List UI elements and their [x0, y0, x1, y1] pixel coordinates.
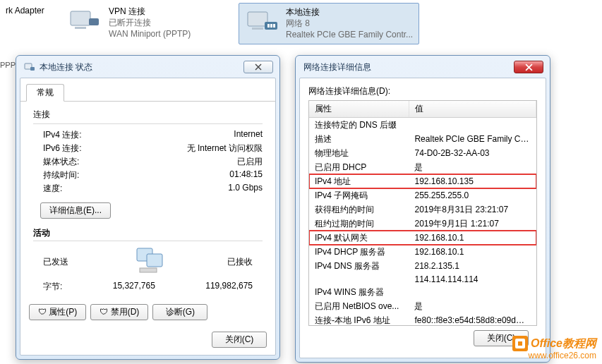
connection-icon — [24, 61, 35, 73]
value-cell: 192.168.10.1 — [409, 231, 536, 245]
details-dialog: 网络连接详细信息 网络连接详细信息(D): 属性 值 连接特定的 DNS 后缀描… — [295, 55, 550, 363]
dialog-title: 本地连接 状态 — [40, 61, 92, 73]
disable-button[interactable]: 🛡 禁用(D) — [90, 304, 148, 320]
value-cell: 是 — [409, 299, 536, 313]
prop-cell: IPv4 DNS 服务器 — [309, 259, 409, 273]
adapter-device: Realtek PCIe GBE Family Contr... — [286, 29, 413, 40]
watermark: Office教程网 www.office26.com — [512, 336, 596, 361]
table-row[interactable]: 已启用 DHCP是 — [309, 160, 536, 174]
vpn-icon — [68, 6, 102, 34]
value-cell: 192.168.10.1 — [409, 245, 536, 259]
value-cell: 114.114.114.114 — [409, 273, 536, 285]
adapter-local[interactable]: 本地连接 网络 8 Realtek PCIe GBE Family Contr.… — [239, 3, 419, 44]
speed-label: 速度: — [33, 183, 62, 195]
adapter-list: rk Adapter VPN 连接 已断开连接 WAN Miniport (PP… — [0, 0, 602, 47]
close-button[interactable]: 关闭(C) — [212, 332, 267, 348]
bytes-label: 字节: — [43, 281, 62, 293]
prop-cell: 描述 — [309, 132, 409, 146]
adapter-status: 已断开连接 — [109, 17, 191, 28]
value-cell — [409, 118, 536, 133]
adapter-name: 本地连接 — [286, 6, 413, 18]
svg-rect-8 — [273, 24, 275, 28]
media-label: 媒体状态: — [33, 156, 79, 168]
value-cell: 2019年9月1日 1:21:07 — [409, 217, 536, 231]
activity-icon — [126, 245, 171, 278]
ipv6-conn-label: IPv6 连接: — [33, 142, 82, 154]
svg-rect-2 — [89, 18, 99, 25]
table-row[interactable]: 租约过期的时间2019年9月1日 1:21:07 — [309, 217, 536, 231]
prop-cell: IPv4 DHCP 服务器 — [309, 245, 409, 259]
wm-text1: Office — [531, 337, 562, 349]
prop-cell: 已启用 DHCP — [309, 160, 409, 174]
details-listview[interactable]: 属性 值 连接特定的 DNS 后缀描述Realtek PCIe GBE Fami… — [308, 100, 537, 326]
titlebar: 网络连接详细信息 — [299, 59, 546, 78]
tab-general[interactable]: 常规 — [26, 84, 64, 102]
speed-value: 1.0 Gbps — [228, 183, 263, 195]
table-row[interactable]: IPv4 WINS 服务器 — [309, 285, 536, 299]
svg-rect-16 — [518, 341, 522, 346]
section-connection: 连接 — [33, 109, 263, 121]
svg-rect-3 — [248, 12, 267, 26]
value-cell: 218.2.135.1 — [409, 259, 536, 273]
table-row[interactable]: 连接特定的 DNS 后缀 — [309, 118, 536, 133]
value-cell: fe80::f8e3:e54d:58d8:e09d%21 — [409, 313, 536, 326]
dialog-title: 网络连接详细信息 — [303, 61, 371, 73]
prop-cell — [309, 273, 409, 285]
diagnose-button[interactable]: 诊断(G) — [152, 304, 207, 320]
table-row[interactable]: 已启用 NetBIOS ove...是 — [309, 299, 536, 313]
media-value: 已启用 — [237, 156, 263, 168]
table-row[interactable]: 114.114.114.114 — [309, 273, 536, 285]
status-dialog: 本地连接 状态 常规 连接 IPv4 连接:Internet IPv6 连接:无… — [16, 55, 280, 360]
svg-rect-13 — [140, 268, 157, 272]
prop-cell: 连接特定的 DNS 后缀 — [309, 118, 409, 133]
ipv4-conn-label: IPv4 连接: — [33, 129, 82, 141]
prop-cell: IPv4 默认网关 — [309, 231, 409, 245]
svg-rect-0 — [71, 11, 90, 25]
value-cell: 255.255.255.0 — [409, 188, 536, 202]
value-cell — [409, 285, 536, 299]
prop-cell: 已启用 NetBIOS ove... — [309, 299, 409, 313]
table-row[interactable]: IPv4 默认网关192.168.10.1 — [309, 231, 536, 245]
col-value[interactable]: 值 — [409, 101, 536, 118]
adapter-vpn[interactable]: VPN 连接 已断开连接 WAN Miniport (PPTP) — [62, 3, 239, 44]
tabs: 常规 — [20, 78, 275, 102]
prop-cell: 获得租约的时间 — [309, 202, 409, 217]
prop-cell: IPv4 地址 — [309, 174, 409, 188]
wm-text2: 教程网 — [562, 337, 596, 349]
svg-rect-6 — [267, 24, 270, 28]
table-row[interactable]: 连接-本地 IPv6 地址fe80::f8e3:e54d:58d8:e09d%2… — [309, 313, 536, 326]
sent-bytes: 15,327,765 — [113, 281, 155, 293]
table-row[interactable]: 物理地址74-D0-2B-32-AA-03 — [309, 146, 536, 160]
table-row[interactable]: IPv4 子网掩码255.255.255.0 — [309, 188, 536, 202]
details-button[interactable]: 详细信息(E)... — [40, 202, 111, 219]
close-button-x[interactable] — [514, 61, 543, 73]
table-row[interactable]: 获得租约的时间2019年8月31日 23:21:07 — [309, 202, 536, 217]
duration-label: 持续时间: — [33, 169, 79, 181]
ethernet-icon — [245, 6, 279, 35]
properties-button[interactable]: 🛡 属性(P) — [29, 304, 86, 320]
details-label: 网络连接详细信息(D): — [308, 85, 537, 97]
wm-url: www.office26.com — [512, 351, 596, 361]
close-button[interactable] — [243, 61, 273, 73]
value-cell: 2019年8月31日 23:21:07 — [409, 202, 536, 217]
adapter-partial[interactable]: rk Adapter — [0, 3, 62, 44]
table-row[interactable]: IPv4 地址192.168.10.135 — [309, 174, 536, 188]
value-cell: Realtek PCIe GBE Family Contro — [409, 132, 536, 146]
table-row[interactable]: 描述Realtek PCIe GBE Family Contro — [309, 132, 536, 146]
adapter-name: rk Adapter — [6, 6, 44, 16]
recv-label: 已接收 — [227, 256, 253, 268]
recv-bytes: 119,982,675 — [205, 281, 253, 293]
titlebar: 本地连接 状态 — [20, 59, 276, 78]
table-row[interactable]: IPv4 DNS 服务器218.2.135.1 — [309, 259, 536, 273]
col-property[interactable]: 属性 — [309, 101, 409, 118]
ipv6-conn-value: 无 Internet 访问权限 — [187, 142, 263, 154]
ipv4-conn-value: Internet — [234, 129, 263, 141]
svg-rect-1 — [75, 27, 86, 29]
table-row[interactable]: IPv4 DHCP 服务器192.168.10.1 — [309, 245, 536, 259]
svg-rect-4 — [252, 28, 263, 30]
prop-cell: IPv4 WINS 服务器 — [309, 285, 409, 299]
svg-rect-7 — [270, 24, 272, 28]
prop-cell: 物理地址 — [309, 146, 409, 160]
sent-label: 已发送 — [43, 256, 68, 268]
prop-cell: IPv4 子网掩码 — [309, 188, 409, 202]
